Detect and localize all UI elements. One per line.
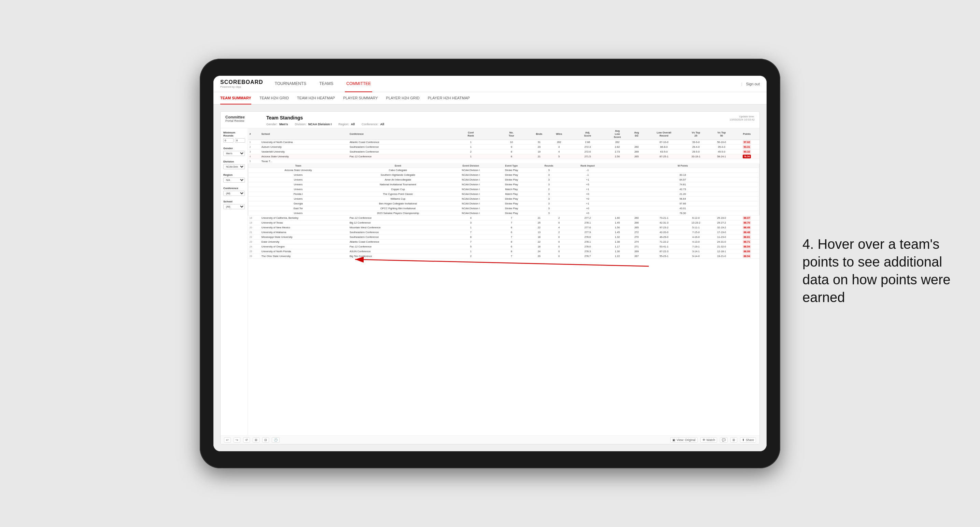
comment-button[interactable]: 💬 (720, 437, 728, 443)
rounds-from-input[interactable] (223, 138, 234, 143)
tablet-screen: SCOREBOARD Powered by clipp TOURNAMENTS … (213, 76, 767, 451)
report-center: Team Standings Gender: Men's Division: N… (266, 115, 730, 126)
popup-data-row: Univers Williams Cup NCAA Division I Str… (248, 197, 759, 202)
redo-button[interactable]: ↪ (234, 437, 240, 443)
sign-out-button[interactable]: Sign out (746, 82, 760, 86)
table-row-highlighted: 4 Arizona State University Pac-12 Confer… (248, 154, 759, 159)
view-icon: ▣ (672, 438, 675, 442)
share-button[interactable]: ⬆ Share (740, 437, 756, 443)
tab-team-h2h-grid[interactable]: TEAM H2H GRID (259, 92, 289, 105)
table-area[interactable]: # School Conference ConfRank No.Tour Bnd… (248, 129, 759, 435)
report-left: Committee Portal Review (225, 115, 266, 126)
logo-sub: Powered by clipp (220, 85, 263, 88)
school-group: School (All) (223, 200, 245, 209)
table-row: 18 University of California, Berkeley Pa… (248, 216, 759, 221)
view-label: View: Original (676, 438, 695, 442)
col-conference: Conference (348, 129, 448, 140)
region-select[interactable]: N/A (223, 178, 245, 183)
popup-data-row: Arizona State University Cabo Collegiate… (248, 168, 759, 173)
school-select[interactable]: (All) (223, 204, 245, 209)
nav-links: TOURNAMENTS TEAMS COMMITTEE (274, 76, 741, 92)
popup-data-row: Univers Copper Cup NCAA Division I Match… (248, 187, 759, 192)
eye-icon: 👁 (702, 438, 705, 442)
table-row: 5 Texas T... (248, 159, 759, 164)
tab-team-summary[interactable]: TEAM SUMMARY (220, 92, 251, 105)
share-label: Share (746, 438, 754, 442)
undo-button[interactable]: ↩ (224, 437, 231, 443)
sign-out-area: | Sign out (741, 82, 760, 86)
tab-team-h2h-heatmap[interactable]: TEAM H2H HEATMAP (297, 92, 335, 105)
sidebar-filters: Minimum Rounds Gender Men's (221, 129, 248, 435)
content-body: Minimum Rounds Gender Men's (221, 129, 759, 435)
table-row: 3 Vanderbilt University Southeastern Con… (248, 149, 759, 154)
nav-committee[interactable]: COMMITTEE (345, 76, 372, 92)
rounds-to-input[interactable] (235, 138, 245, 143)
col-school: School (260, 129, 348, 140)
division-filter: Division: NCAA Division I (295, 122, 332, 126)
division-group: Division NCAA Division I (223, 160, 245, 169)
portal-title: Committee (225, 115, 266, 119)
conference-filter: Conference: All (362, 122, 384, 126)
col-low-overall: Low OverallRecord (645, 129, 683, 140)
popup-data-row: Univers 2023 Sahalee Players Championshi… (248, 211, 759, 216)
rounds-inputs (223, 138, 245, 143)
popup-data-row: East Ter OFCC Fighting Illini Invitation… (248, 206, 759, 211)
table-row: 21 University of Alabama Southeastern Co… (248, 230, 759, 235)
col-avg-sg: AvgSG (628, 129, 645, 140)
popup-data-row: Univers Southern Highlands Collegiate NC… (248, 173, 759, 178)
table-row: 1 University of North Carolina Atlantic … (248, 140, 759, 145)
nav-tournaments[interactable]: TOURNAMENTS (274, 76, 308, 92)
tablet-shell: SCOREBOARD Powered by clipp TOURNAMENTS … (200, 59, 780, 468)
table-row: 19 University of Texas Big 12 Conference… (248, 221, 759, 225)
table-row: 24 University of Oregon Pac-12 Conferenc… (248, 244, 759, 249)
col-bnds: Bnds (529, 129, 549, 140)
grid-button[interactable]: ⊞ (730, 437, 737, 443)
conference-select[interactable]: (All) (223, 191, 245, 196)
col-vs-top50: Vs Top50 (709, 129, 735, 140)
standings-title: Team Standings (266, 115, 730, 121)
col-conf-rank: ConfRank (448, 129, 494, 140)
popup-data-row: Georgia Ben Hogan Collegiate Invitationa… (248, 202, 759, 206)
col-no-tour: No.Tour (494, 129, 529, 140)
popup-data-row: Univers National Invitational Tournament… (248, 182, 759, 187)
tab-player-h2h-grid[interactable]: PLAYER H2H GRID (386, 92, 420, 105)
tab-player-summary[interactable]: PLAYER SUMMARY (343, 92, 378, 105)
gender-filter: Gender: Men's (266, 122, 288, 126)
table-row: 20 University of New Mexico Mountain Wes… (248, 225, 759, 230)
col-adj-score: Adj.Score (569, 129, 606, 140)
standings-table: # School Conference ConfRank No.Tour Bnd… (248, 129, 759, 259)
col-rank: # (248, 129, 260, 140)
table-row: 22 Mississippi State University Southeas… (248, 235, 759, 240)
view-original-button[interactable]: ▣ View: Original (670, 437, 697, 443)
popup-data-row: Univers Amer Ari Intercollegiate NCAA Di… (248, 178, 759, 182)
popup-header-row: Team Event Event Division Event Type Rou… (248, 164, 759, 168)
copy-button[interactable]: ⊞ (253, 437, 259, 443)
annotation-text: 4. Hover over a team's points to see add… (802, 235, 966, 306)
region-group: Region N/A (223, 173, 245, 183)
gender-group: Gender Men's (223, 147, 245, 156)
table-row: 25 University of North Florida ASUN Conf… (248, 249, 759, 254)
col-points: Points (735, 129, 759, 140)
sub-nav: TEAM SUMMARY TEAM H2H GRID TEAM H2H HEAT… (213, 92, 767, 105)
logo-area: SCOREBOARD Powered by clipp (220, 79, 263, 88)
min-rounds-group: Minimum Rounds (223, 131, 245, 143)
division-select[interactable]: NCAA Division I (223, 164, 245, 169)
nav-teams[interactable]: TEAMS (318, 76, 335, 92)
main-content: Committee Portal Review Team Standings G… (213, 105, 767, 451)
gender-select[interactable]: Men's (223, 151, 245, 156)
clock-button[interactable]: 🕐 (272, 437, 280, 443)
table-row: 2 Auburn University Southeastern Confere… (248, 145, 759, 149)
watch-button[interactable]: 👁 Watch (700, 437, 717, 443)
refresh-button[interactable]: ↺ (243, 437, 250, 443)
top-nav: SCOREBOARD Powered by clipp TOURNAMENTS … (213, 76, 767, 92)
logo-title: SCOREBOARD (220, 79, 263, 85)
table-row: 26 The Ohio State University Big Ten Con… (248, 254, 759, 259)
col-vs-top25: Vs Top25 (683, 129, 708, 140)
col-wins: Wins (549, 129, 568, 140)
tab-player-h2h-heatmap[interactable]: PLAYER H2H HEATMAP (428, 92, 470, 105)
table-row: 23 Duke University Atlantic Coast Confer… (248, 240, 759, 244)
report-filters: Gender: Men's Division: NCAA Division I … (266, 122, 730, 126)
col-avg-low: AvgLowScore (606, 129, 628, 140)
paste-button[interactable]: ⊟ (262, 437, 269, 443)
share-icon: ⬆ (742, 438, 745, 442)
